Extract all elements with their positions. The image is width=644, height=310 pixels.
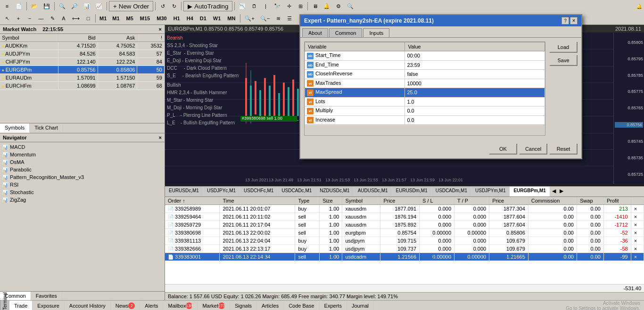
var-type-icon: vi (307, 117, 314, 123)
var-name: viMultiply (305, 106, 405, 116)
var-col-value[interactable]: Value (405, 42, 545, 51)
var-col-variable[interactable]: Variable (305, 42, 405, 51)
var-value[interactable] (405, 97, 545, 106)
var-type-icon: vi (307, 98, 314, 105)
var-value-input[interactable] (407, 62, 543, 68)
var-value[interactable] (405, 79, 545, 88)
dialog-close-btn[interactable]: × (570, 17, 578, 24)
variable-row[interactable]: abCloseInReverse (305, 70, 545, 79)
variable-scroll[interactable]: Variable Value abStart_Time abEnd_Time a… (304, 41, 545, 136)
cancel-btn[interactable]: Cancel (519, 143, 547, 155)
var-value[interactable] (405, 60, 545, 70)
var-value-input[interactable] (407, 117, 543, 123)
var-name: abCloseInReverse (305, 70, 405, 79)
variable-row[interactable]: viMultiply (305, 106, 545, 116)
dialog-overlay: Expert - Pattern_hany2sh-EA (expire 2021… (0, 0, 644, 310)
var-type-icon: ab (307, 53, 314, 59)
var-name: viMaxSpread (305, 88, 405, 98)
var-name: viMaxTrades (305, 79, 405, 88)
variable-row[interactable]: viLots (305, 97, 545, 106)
spacer (304, 143, 489, 155)
dialog-content: Variable Value abStart_Time abEnd_Time a… (300, 38, 581, 139)
var-name: abEnd_Time (305, 60, 405, 70)
dialog-tab-about[interactable]: About (302, 28, 328, 37)
var-value-input[interactable] (407, 71, 543, 77)
variable-table: Variable Value abStart_Time abEnd_Time a… (305, 42, 545, 125)
var-type-icon: vi (307, 80, 314, 87)
var-type-icon: ab (307, 71, 314, 78)
var-value[interactable] (405, 88, 545, 98)
var-value-input[interactable] (407, 81, 543, 86)
variable-table-container: Variable Value abStart_Time abEnd_Time a… (304, 41, 545, 136)
var-value[interactable] (405, 106, 545, 116)
reset-btn[interactable]: Reset (549, 143, 578, 155)
variable-row[interactable]: abStart_Time (305, 51, 545, 61)
ok-btn[interactable]: OK (489, 143, 517, 155)
var-type-icon: vi (307, 90, 314, 96)
expert-dialog: Expert - Pattern_hany2sh-EA (expire 2021… (299, 14, 582, 159)
dialog-inner: Variable Value abStart_Time abEnd_Time a… (304, 41, 578, 136)
var-value-input[interactable] (407, 53, 543, 58)
dialog-tab-inputs[interactable]: Inputs (363, 28, 389, 37)
var-value-input[interactable] (407, 90, 543, 95)
var-value[interactable] (405, 115, 545, 125)
var-type-icon: vi (307, 108, 314, 114)
var-type-icon: ab (307, 62, 314, 68)
dialog-titlebar: Expert - Pattern_hany2sh-EA (expire 2021… (300, 15, 581, 26)
load-btn[interactable]: Load (549, 41, 578, 53)
var-value-input[interactable] (407, 108, 543, 114)
dialog-help-btn[interactable]: ? (561, 17, 569, 24)
dialog-bottom-buttons: OK Cancel Reset (300, 139, 581, 158)
dialog-side-buttons: Load Save (549, 41, 578, 136)
var-value[interactable] (405, 70, 545, 79)
dialog-title-buttons: ? × (561, 17, 578, 24)
var-value-input[interactable] (407, 99, 543, 105)
variable-row[interactable]: viMaxSpread (305, 88, 545, 98)
dialog-tabs: AboutCommonInputs (300, 26, 581, 38)
var-name: viIncrease (305, 115, 405, 125)
variable-row[interactable]: abEnd_Time (305, 60, 545, 70)
save-btn[interactable]: Save (549, 55, 578, 66)
variable-row[interactable]: viIncrease (305, 115, 545, 125)
dialog-action-group: OK Cancel Reset (489, 143, 578, 155)
dialog-title: Expert - Pattern_hany2sh-EA (expire 2021… (304, 17, 434, 24)
var-name: viLots (305, 97, 405, 106)
variable-row[interactable]: viMaxTrades (305, 79, 545, 88)
var-value[interactable] (405, 51, 545, 61)
dialog-tab-common[interactable]: Common (329, 28, 363, 37)
var-name: abStart_Time (305, 51, 405, 61)
